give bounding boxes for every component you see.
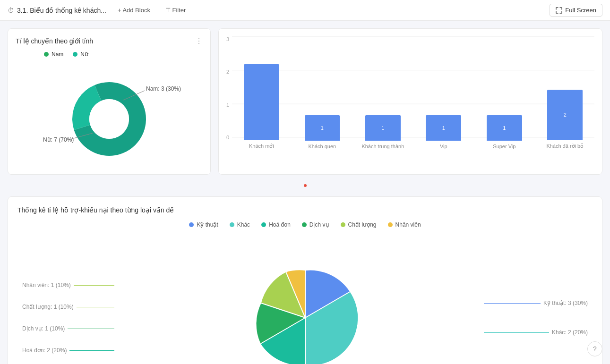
pie-label-kythuat-line	[484, 303, 541, 304]
filter-button[interactable]: ⊤ Filter	[162, 5, 190, 16]
page-title: ⏱ 3.1. Biểu đồ thống kê khách...	[8, 7, 106, 14]
pie-label-chatluong-line	[77, 307, 114, 307]
pie-label-nhanvien: Nhân viên: 1 (10%)	[22, 282, 114, 288]
top-row: Tỉ lệ chuyển theo giới tính ⋮ Nam Nữ	[8, 28, 602, 175]
pie-labels-right: Kỹ thuật: 3 (30%) Khác: 2 (20%)	[484, 237, 593, 364]
pie-legend-label-2: Hoá đơn	[269, 221, 291, 228]
bar-value-1: 1	[321, 125, 324, 131]
pie-legend-label-0: Kỹ thuật	[197, 221, 218, 228]
fullscreen-button[interactable]: Full Screen	[550, 4, 602, 17]
legend-item-nu: Nữ	[73, 51, 88, 58]
bar-xlabel-4: Super Vip	[493, 144, 515, 149]
bar-wrapper-1: 1	[293, 37, 352, 141]
donut-card-title: Tỉ lệ chuyển theo giới tính	[16, 37, 93, 45]
pie-legend: Kỹ thuật Khác Hoá đơn Dịch vụ Chất lượng…	[17, 221, 593, 228]
bar-group-1: 1 Khách quen	[293, 37, 352, 149]
y-label-3: 3	[226, 36, 229, 42]
pie-legend-dot-2	[261, 222, 266, 227]
donut-card-header: Tỉ lệ chuyển theo giới tính ⋮	[16, 36, 203, 45]
donut-svg: Nam: 3 (30%) Nữ: 7 (70%)	[57, 67, 161, 161]
pie-label-hoadon-line	[69, 350, 114, 351]
bar-value-3: 1	[442, 125, 445, 131]
help-icon: ?	[593, 345, 597, 353]
donut-area: Nam: 3 (30%) Nữ: 7 (70%)	[16, 61, 203, 167]
pie-label-hoadon: Hoá đơn: 2 (20%)	[22, 347, 114, 354]
pie-label-khac-text: Khác: 2 (20%)	[552, 329, 588, 336]
add-block-button[interactable]: + Add Block	[114, 5, 154, 16]
pie-legend-dot-0	[189, 222, 194, 227]
bar-group-5: 2 Khách đã rời bỏ	[536, 36, 594, 149]
bar-value-4: 1	[503, 125, 506, 131]
bar-3: 1	[426, 115, 461, 141]
svg-point-2	[89, 99, 129, 139]
clock-icon: ⏱	[8, 7, 14, 14]
pie-label-kythuat: Kỹ thuật: 3 (30%)	[484, 300, 588, 306]
pie-label-dichvu-text: Dịch vụ: 1 (10%)	[22, 325, 65, 332]
bar-5: 2	[547, 90, 583, 140]
donut-menu-button[interactable]: ⋮	[195, 36, 203, 45]
donut-card: Tỉ lệ chuyển theo giới tính ⋮ Nam Nữ	[8, 28, 211, 175]
bars-container: Khách mới 1 Khách quen	[232, 36, 594, 149]
add-block-label: + Add Block	[118, 7, 150, 14]
y-axis: 3 2 1 0	[226, 36, 232, 140]
bar-wrapper-0	[232, 36, 291, 140]
y-label-2: 2	[226, 69, 229, 75]
pie-section: Thống kê tỉ lệ hỗ trợ-khiếu nại theo từn…	[8, 196, 602, 364]
pie-label-hoadon-text: Hoá đơn: 2 (20%)	[22, 347, 67, 354]
bar-value-2: 1	[381, 125, 384, 131]
bar-wrapper-5: 2	[536, 36, 594, 140]
pie-legend-dot-3	[302, 222, 307, 227]
donut-legend: Nam Nữ	[44, 51, 203, 58]
legend-label-nam: Nam	[52, 51, 63, 58]
pie-label-chatluong-text: Chất lượng: 1 (10%)	[22, 304, 74, 310]
scroll-indicator	[8, 182, 602, 189]
fullscreen-label: Full Screen	[565, 7, 596, 14]
bar-xlabel-0: Khách mới	[249, 143, 274, 149]
pie-svg	[249, 261, 362, 364]
bar-0	[244, 64, 279, 140]
legend-item-nam: Nam	[44, 51, 63, 58]
scroll-dot	[304, 184, 307, 187]
bar-group-2: 1 Khách trung thành	[353, 37, 412, 149]
bar-xlabel-5: Khách đã rời bỏ	[546, 143, 584, 149]
bar-2: 1	[365, 115, 401, 141]
bar-group-4: 1 Super Vip	[475, 37, 533, 149]
help-button[interactable]: ?	[587, 341, 602, 356]
legend-label-nu: Nữ	[80, 51, 88, 58]
pie-legend-dot-4	[341, 222, 345, 227]
legend-dot-nam	[44, 52, 49, 57]
bar-xlabel-2: Khách trung thành	[361, 144, 404, 149]
pie-legend-item-2: Hoá đơn	[261, 221, 291, 228]
y-label-1: 1	[226, 102, 229, 108]
pie-label-khac: Khác: 2 (20%)	[484, 329, 588, 336]
page-title-text: 3.1. Biểu đồ thống kê khách...	[17, 7, 106, 14]
topbar: ⏱ 3.1. Biểu đồ thống kê khách... + Add B…	[0, 0, 610, 21]
y-label-0: 0	[226, 135, 229, 140]
bar-group-0: Khách mới	[232, 36, 291, 149]
pie-section-title: Thống kê tỉ lệ hỗ trợ-khiếu nại theo từn…	[17, 206, 593, 214]
pie-legend-item-4: Chất lượng	[341, 221, 377, 228]
bar-chart-area: 3 2 1 0	[226, 36, 594, 167]
bar-xlabel-1: Khách quen	[308, 144, 336, 149]
pie-container: Nhân viên: 1 (10%) Chất lượng: 1 (10%) D…	[17, 237, 593, 364]
pie-legend-item-5: Nhân viên	[388, 221, 421, 228]
pie-legend-label-1: Khác	[237, 221, 250, 228]
pie-label-kythuat-text: Kỹ thuật: 3 (30%)	[543, 300, 588, 306]
pie-legend-label-4: Chất lượng	[348, 221, 377, 228]
bar-wrapper-3: 1	[414, 37, 473, 141]
bar-1: 1	[305, 115, 340, 141]
pie-label-dichvu: Dịch vụ: 1 (10%)	[22, 325, 114, 332]
bar-xlabel-3: Vip	[440, 144, 447, 149]
bar-wrapper-4: 1	[475, 37, 533, 141]
pie-labels-left: Nhân viên: 1 (10%) Chất lượng: 1 (10%) D…	[17, 237, 114, 364]
pie-legend-dot-5	[388, 222, 393, 227]
topbar-left: ⏱ 3.1. Biểu đồ thống kê khách... + Add B…	[8, 5, 189, 16]
filter-label: ⊤ Filter	[165, 7, 186, 14]
bar-group-3: 1 Vip	[414, 37, 473, 149]
bar-wrapper-2: 1	[353, 37, 412, 141]
pie-legend-item-1: Khác	[230, 221, 250, 228]
bar-4: 1	[487, 115, 522, 141]
pie-legend-dot-1	[230, 222, 234, 227]
bar-chart-container: 3 2 1 0	[226, 36, 594, 149]
pie-legend-label-5: Nhân viên	[395, 221, 421, 228]
